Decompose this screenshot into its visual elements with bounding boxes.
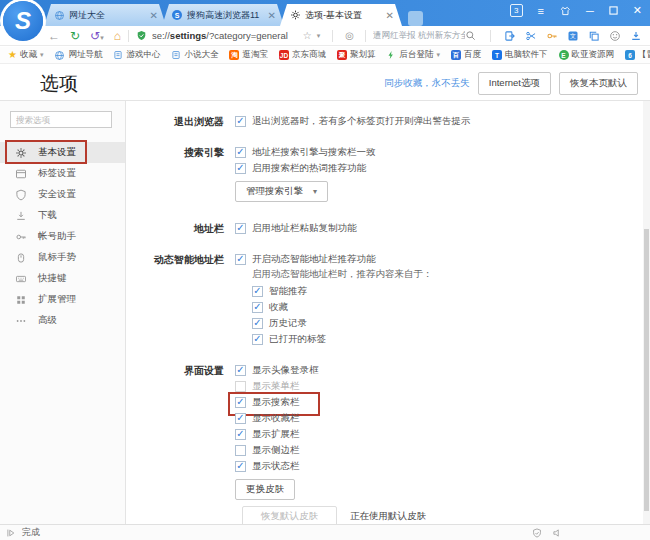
checkbox-row: 智能推荐 [252,284,433,298]
feedback-icon[interactable] [609,30,621,42]
sidebar-item-7[interactable]: 扩展管理 [0,289,125,310]
sidebar-item-2[interactable]: 安全设置 [0,184,125,205]
undo-icon[interactable]: ↺▾ [90,30,104,42]
search-icon[interactable] [465,30,476,41]
tab-2[interactable]: 选项-基本设置 ✕ [280,4,402,26]
bookmark-label: 电脑软件下 [505,49,548,61]
keyboard-icon [15,273,27,285]
sidebar-item-label: 基本设置 [38,146,76,159]
checkbox[interactable] [235,365,246,376]
checkbox[interactable] [235,397,246,408]
sync-favorites-link[interactable]: 同步收藏，永不丢失 [384,77,470,90]
bookmark-item-3[interactable]: 小说大全 [171,49,218,61]
bookmark-badge-icon: 淘 [229,50,239,60]
internet-options-button[interactable]: Internet选项 [478,72,551,95]
refresh-icon[interactable]: ↻ [70,30,80,42]
button-label: 管理搜索引擎 [246,185,303,196]
address-bar[interactable]: se://settings/?category=general [136,30,303,41]
chevron-down-icon[interactable]: ▾ [436,51,440,59]
checkbox[interactable] [235,381,246,392]
search-hotword-text[interactable]: 遭网红举报 杭州新东方全面 [373,30,465,42]
screenshot-icon[interactable] [525,30,537,42]
multi-window-icon[interactable] [588,30,600,42]
checkbox[interactable] [235,413,246,424]
bookmark-item-0[interactable]: ★收藏▾ [8,49,43,61]
bookmark-item-5[interactable]: JD京东商城 [279,49,326,61]
sidebar-item-4[interactable]: 帐号助手 [0,226,125,247]
shield-check-icon[interactable] [532,528,542,538]
tab-0[interactable]: 网址大全 ✕ [44,4,166,26]
search-box[interactable]: 遭网红举报 杭州新东方全面 [373,30,483,42]
checkbox[interactable] [235,147,246,158]
tab-close-icon[interactable]: ✕ [150,10,158,21]
sidebar-item-5[interactable]: 鼠标手势 [0,247,125,268]
tab-close-icon[interactable]: ✕ [386,10,394,21]
checkbox[interactable] [252,302,263,313]
restore-default-skin-button[interactable]: 恢复默认皮肤 [242,506,337,524]
tab-strip: 网址大全 ✕S 搜狗高速浏览器11 ✕ 选项-基本设置 ✕ [44,0,423,26]
favorite-star-icon[interactable]: ☆ [303,30,312,41]
restore-defaults-button[interactable]: 恢复本页默认 [559,72,638,95]
checkbox[interactable] [235,445,246,456]
scrollbar-thumb[interactable] [644,229,649,511]
checkbox[interactable] [235,163,246,174]
checkbox[interactable] [235,254,246,265]
checkbox-label: 智能推荐 [269,285,307,298]
content-scrollbar[interactable] [643,101,650,524]
downloads-count-button[interactable]: 3 [510,4,522,17]
manage-search-engines-button[interactable]: 管理搜索引擎▾ [235,181,328,202]
helper-text: 启用动态智能地址栏时，推荐内容来自于： [252,268,433,281]
url-text[interactable]: se://settings/?category=general [152,30,288,41]
download-icon[interactable] [630,30,642,42]
sidebar-item-1[interactable]: 标签设置 [0,163,125,184]
tab-1[interactable]: S 搜狗高速浏览器11 ✕ [162,4,284,26]
bookmark-badge-icon: E [559,50,569,60]
bookmark-item-11[interactable]: 6【冒险解谜 [625,49,650,61]
menu-icon[interactable]: ≡ [538,5,544,17]
skin-center-icon[interactable] [559,5,571,17]
settings-search-input[interactable] [10,111,112,128]
chevron-down-icon[interactable]: ▾ [40,51,44,59]
change-skin-button[interactable]: 更换皮肤 [235,479,295,500]
sogou-logo[interactable]: S [3,1,43,41]
home-icon[interactable]: ⌂ [114,30,121,42]
sidebar-toggle-icon[interactable] [6,528,16,538]
checkbox[interactable] [235,461,246,472]
password-icon[interactable] [546,30,558,42]
close-button[interactable]: ✕ [633,4,642,17]
checkbox-row: 开启动态智能地址栏推荐功能 [235,252,433,266]
bookmark-label: 【冒险解谜 [638,49,650,61]
checkbox[interactable] [252,334,263,345]
maximize-button[interactable] [609,6,618,15]
sidebar-item-6[interactable]: 快捷键 [0,268,125,289]
checkbox[interactable] [235,223,246,234]
checkbox[interactable] [235,116,246,127]
divider [365,30,366,42]
login-icon[interactable] [504,30,516,42]
bookmark-item-8[interactable]: 百百度 [451,49,481,61]
bookmark-item-2[interactable]: 游戏中心 [113,49,160,61]
tab-close-icon[interactable]: ✕ [268,10,276,21]
bookmark-item-7[interactable]: 后台登陆▾ [386,49,440,61]
checkbox[interactable] [235,429,246,440]
checkbox-row: 地址栏搜索引擎与搜索栏一致 [235,145,376,159]
bookmark-item-6[interactable]: 聚聚划算 [337,49,376,61]
bookmark-item-1[interactable]: 网址导航 [54,49,102,61]
bookmark-item-4[interactable]: 淘逛淘宝 [229,49,268,61]
circle-badge-icon[interactable]: ◎ [345,30,354,41]
new-tab-button[interactable] [408,11,423,26]
bookmark-item-9[interactable]: T电脑软件下 [492,49,548,61]
checkbox[interactable] [252,318,263,329]
back-icon[interactable]: ← [48,30,60,42]
bookmark-item-10[interactable]: E欧亚资源网 [559,49,615,61]
speaker-icon[interactable] [552,528,562,538]
sidebar-item-0[interactable]: 基本设置 [0,142,125,163]
checkbox[interactable] [252,286,263,297]
minimize-button[interactable]: ─ [586,5,594,17]
sidebar-item-3[interactable]: 下载 [0,205,125,226]
chevron-down-icon[interactable]: ▾ [317,32,321,40]
checkbox-row: 显示头像登录框 [235,363,426,377]
sidebar-item-8[interactable]: 高级 [0,310,125,331]
tab-label: 网址大全 [69,9,146,22]
translate-icon[interactable]: 文 [567,30,579,42]
